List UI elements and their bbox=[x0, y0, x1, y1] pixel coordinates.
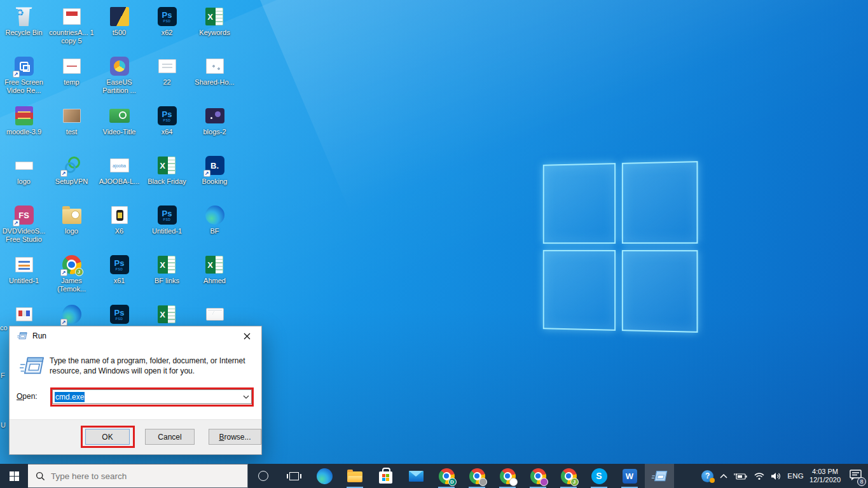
taskbar-chrome-profile-2-button[interactable] bbox=[462, 464, 492, 488]
desktop-icon-test[interactable]: test bbox=[48, 103, 95, 153]
desktop-icon-t500[interactable]: t500 bbox=[95, 4, 143, 53]
shortcut-arrow-icon: ↗ bbox=[60, 269, 67, 276]
speaker-icon[interactable] bbox=[771, 472, 782, 480]
desktop-icon-grid: ♻ Recycle Bin countriesA... 1 copy 5 t50… bbox=[0, 4, 238, 351]
taskbar-store-button[interactable] bbox=[370, 464, 401, 488]
taskbar-mail-button[interactable] bbox=[401, 464, 431, 488]
taskbar-clock[interactable]: 4:03 PM 12/1/2020 bbox=[809, 468, 841, 485]
desktop-icon-recycle-bin[interactable]: ♻ Recycle Bin bbox=[0, 4, 48, 53]
dialog-title: Run bbox=[32, 331, 46, 340]
run-icon bbox=[651, 470, 668, 483]
taskbar-run-button-active[interactable] bbox=[645, 464, 674, 488]
desktop-icon-dvdvideosoft[interactable]: FS↗ DVDVideoS... Free Studio bbox=[0, 202, 48, 252]
taskbar-skype-button[interactable]: S bbox=[584, 464, 614, 488]
clock-date: 12/1/2020 bbox=[809, 476, 841, 485]
taskbar-file-explorer-button[interactable] bbox=[340, 464, 370, 488]
taskbar-edge-button[interactable] bbox=[309, 464, 340, 488]
close-button[interactable] bbox=[233, 326, 261, 345]
chevron-down-icon[interactable] bbox=[240, 395, 251, 399]
shortcut-arrow-icon: ↗ bbox=[13, 71, 20, 78]
desktop-icon-shared-ho[interactable]: Shared-Ho... bbox=[191, 53, 238, 103]
ok-button[interactable]: OK bbox=[85, 429, 130, 445]
desktop-icon-22[interactable]: 22 bbox=[143, 53, 191, 103]
hidden-icons-chevron[interactable] bbox=[719, 473, 728, 479]
desktop-icon-blogs-2[interactable]: blogs-2 bbox=[191, 103, 238, 153]
cortana-icon bbox=[258, 471, 268, 481]
windows-logo-pane bbox=[622, 161, 698, 244]
desktop-icon-x6[interactable]: X6 bbox=[95, 202, 143, 252]
desktop-icon-untitled-psd[interactable]: PsPSD Untitled-1 bbox=[143, 202, 191, 252]
browse-button[interactable]: Browse... bbox=[209, 429, 261, 445]
envelope-file-icon bbox=[204, 303, 226, 325]
desktop-icon-black-friday[interactable]: X Black Friday bbox=[143, 153, 191, 202]
taskbar-chrome-profile-1-button[interactable]: D bbox=[431, 464, 462, 488]
run-icon bbox=[17, 331, 27, 340]
desktop-icon-logo-folder[interactable]: logo bbox=[48, 202, 95, 252]
taskbar-word-button[interactable]: W bbox=[614, 464, 645, 488]
desktop-icon-moodle[interactable]: moodle-3.9 bbox=[0, 103, 48, 153]
desktop-icon-x64[interactable]: PsPSD x64 bbox=[143, 103, 191, 153]
recycle-bin-icon: ♻ bbox=[13, 6, 35, 27]
folder-icon bbox=[61, 204, 83, 226]
taskbar-search-box[interactable] bbox=[28, 464, 248, 488]
start-button[interactable] bbox=[0, 464, 28, 488]
task-view-button[interactable] bbox=[279, 464, 309, 488]
setupvpn-icon: ↗ bbox=[61, 155, 83, 176]
system-tray: ? ENG 4:03 PM 12/1/2020 bbox=[701, 464, 868, 488]
run-dialog-description: Type the name of a program, folder, docu… bbox=[50, 356, 256, 376]
desktop-icon-video-title[interactable]: Video-Title bbox=[95, 103, 143, 153]
desktop-icon-keywords[interactable]: X Keywords bbox=[191, 4, 238, 53]
cancel-button[interactable]: Cancel bbox=[145, 429, 195, 445]
windows-logo-wallpaper bbox=[543, 161, 698, 333]
desktop-icon-ahmed[interactable]: X Ahmed bbox=[191, 252, 238, 302]
photoshop-file-icon: PsPSD bbox=[109, 254, 130, 275]
taskbar-chrome-profile-3-button[interactable] bbox=[492, 464, 523, 488]
desktop: ♻ Recycle Bin countriesA... 1 copy 5 t50… bbox=[0, 0, 868, 464]
search-input[interactable] bbox=[51, 471, 210, 481]
chrome-profile-badge bbox=[540, 478, 548, 486]
desktop-icon-james-chrome[interactable]: J↗ James (Temok... bbox=[48, 252, 95, 302]
image-file-icon bbox=[109, 155, 130, 176]
desktop-icon-bf-links[interactable]: X BF links bbox=[143, 252, 191, 302]
image-file-icon bbox=[109, 204, 130, 226]
windows-start-icon bbox=[10, 471, 19, 481]
run-dialog-titlebar[interactable]: Run bbox=[10, 326, 261, 345]
taskbar-chrome-profile-4-button[interactable] bbox=[523, 464, 553, 488]
run-dialog-icon bbox=[20, 356, 44, 377]
taskbar-chrome-profile-5-button[interactable]: J bbox=[553, 464, 584, 488]
search-icon bbox=[36, 471, 45, 481]
cortana-button[interactable] bbox=[248, 464, 279, 488]
wifi-icon[interactable] bbox=[754, 472, 765, 480]
desktop-icon-x61[interactable]: PsPSD x61 bbox=[95, 252, 143, 302]
image-file-icon bbox=[109, 6, 130, 27]
language-indicator[interactable]: ENG bbox=[787, 472, 804, 480]
battery-icon[interactable] bbox=[734, 472, 748, 480]
desktop-icon-booking[interactable]: B.↗ Booking bbox=[191, 153, 238, 202]
desktop-icon-bf-edge[interactable]: BF bbox=[191, 202, 238, 252]
open-combobox[interactable]: cmd.exe bbox=[52, 389, 252, 404]
desktop-icon-countries-copy[interactable]: countriesA... 1 copy 5 bbox=[48, 4, 95, 53]
chrome-icon bbox=[530, 468, 546, 484]
free-studio-icon: FS↗ bbox=[13, 204, 35, 226]
desktop-icon-untitled-form[interactable]: Untitled-1 bbox=[0, 252, 48, 302]
open-input-value[interactable]: cmd.exe bbox=[55, 392, 85, 402]
desktop-icon-temp[interactable]: temp bbox=[48, 53, 95, 103]
desktop-icon-free-screen-video[interactable]: ↗ Free Screen Video Re... bbox=[0, 53, 48, 103]
image-file-icon bbox=[61, 105, 83, 127]
windows-logo-pane bbox=[543, 250, 616, 331]
chrome-icon: J↗ bbox=[61, 254, 83, 275]
notification-count-badge: 8 bbox=[857, 477, 866, 486]
desktop-icon-setupvpn[interactable]: ↗ SetupVPN bbox=[48, 153, 95, 202]
desktop-icon-easeus-partition[interactable]: EaseUS Partition ... bbox=[95, 53, 143, 103]
booking-icon: B.↗ bbox=[204, 155, 226, 176]
image-file-icon bbox=[61, 6, 83, 27]
desktop-icon-x62[interactable]: PsPSD x62 bbox=[143, 4, 191, 53]
chrome-profile-badge: D bbox=[448, 478, 457, 486]
excel-file-icon: X bbox=[156, 155, 178, 176]
desktop-icon-logo[interactable]: logo bbox=[0, 153, 48, 202]
desktop-icon-ajooba[interactable]: AJOOBA-L... bbox=[95, 153, 143, 202]
get-help-icon[interactable]: ? bbox=[701, 470, 713, 482]
photoshop-file-icon: PsPSD bbox=[156, 6, 178, 27]
photoshop-file-icon: PsPSD bbox=[156, 105, 178, 127]
action-center-button[interactable]: 8 bbox=[849, 469, 863, 484]
